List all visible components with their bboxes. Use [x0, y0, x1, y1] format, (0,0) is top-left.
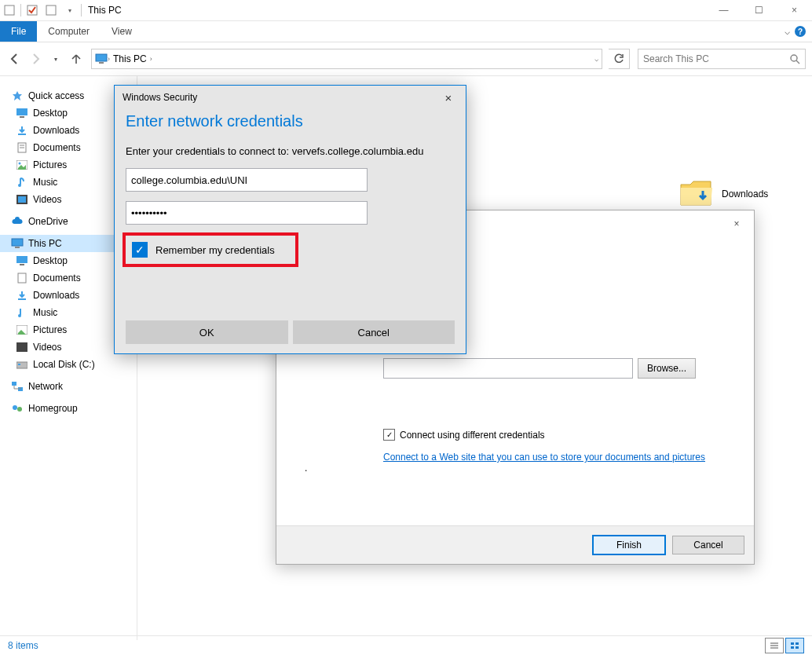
cred-subtitle: Enter your credentials to connect to: ve…: [115, 130, 466, 159]
titlebar: ▾ This PC — ☐ ×: [0, 0, 812, 21]
back-button[interactable]: [6, 50, 24, 68]
wizard-folder-input[interactable]: [383, 358, 633, 379]
browse-button[interactable]: Browse...: [638, 358, 696, 379]
cred-username-input[interactable]: college.columbia.edu\UNI: [126, 168, 368, 192]
svg-rect-39: [796, 646, 799, 649]
svg-point-15: [18, 184, 21, 187]
credentials-dialog: Windows Security × Enter network credent…: [114, 85, 466, 354]
svg-point-5: [791, 55, 797, 61]
svg-rect-17: [18, 196, 26, 203]
up-button[interactable]: [68, 50, 85, 68]
svg-line-6: [796, 60, 799, 64]
svg-rect-36: [791, 642, 794, 645]
ribbon: File Computer View ⌵ ?: [0, 21, 812, 42]
refresh-button[interactable]: [609, 49, 630, 69]
help-icon[interactable]: ?: [795, 26, 806, 37]
folder-label: Downloads: [722, 188, 768, 199]
video-icon: [16, 341, 28, 353]
picture-icon: [16, 159, 28, 171]
desktop-icon: [16, 254, 28, 267]
qat-sep2: [81, 4, 82, 16]
svg-rect-22: [18, 273, 26, 283]
cred-banner: Windows Security: [123, 92, 197, 103]
svg-rect-21: [20, 264, 24, 265]
view-icons-button[interactable]: [785, 638, 804, 653]
qat-dropdown-icon[interactable]: ▾: [63, 3, 77, 17]
svg-point-31: [13, 405, 17, 410]
finish-button[interactable]: Finish: [592, 535, 666, 555]
svg-rect-29: [12, 382, 16, 386]
desktop-icon: [16, 107, 28, 119]
qat-check-icon[interactable]: [25, 3, 39, 17]
svg-rect-23: [18, 298, 26, 300]
network-icon: [11, 380, 24, 393]
minimize-button[interactable]: —: [706, 0, 741, 20]
pc-icon: [95, 53, 108, 65]
status-bar: 8 items: [0, 635, 812, 655]
cred-title: Enter network credentials: [115, 109, 466, 130]
download-icon: [16, 289, 28, 302]
content-area[interactable]: Downloads × o connect to: Browse... ✓ Co…: [137, 76, 812, 640]
search-input[interactable]: Search This PC: [638, 49, 806, 69]
tab-view[interactable]: View: [101, 26, 143, 37]
svg-rect-28: [18, 364, 20, 365]
ribbon-expand-icon[interactable]: ⌵: [785, 26, 790, 37]
star-icon: [11, 90, 24, 102]
cred-ok-button[interactable]: OK: [126, 320, 288, 344]
remember-label: Remember my credentials: [155, 244, 275, 256]
folder-icon: [679, 178, 714, 210]
chevron-right-icon[interactable]: ›: [150, 55, 152, 63]
svg-rect-18: [12, 239, 23, 246]
cred-close-button[interactable]: ×: [439, 90, 458, 105]
tree-item[interactable]: Local Disk (C:): [0, 356, 137, 373]
wizard-cancel-button[interactable]: Cancel: [672, 536, 744, 554]
view-details-button[interactable]: [765, 638, 784, 653]
svg-rect-4: [99, 62, 104, 64]
maximize-button[interactable]: ☐: [741, 0, 777, 20]
svg-rect-8: [20, 116, 24, 118]
homegroup-icon: [11, 402, 24, 415]
cred-password-input[interactable]: ••••••••••: [126, 201, 368, 225]
window-title: This PC: [88, 5, 122, 16]
tree-homegroup[interactable]: Homegroup: [0, 400, 137, 417]
svg-rect-26: [16, 342, 27, 352]
search-placeholder: Search This PC: [643, 53, 709, 64]
svg-point-32: [17, 407, 22, 412]
app-icon: [2, 3, 16, 17]
svg-rect-37: [796, 642, 799, 645]
wizard-close-button[interactable]: ×: [726, 215, 748, 232]
qat-blank-icon[interactable]: [44, 3, 58, 17]
svg-rect-0: [5, 5, 14, 15]
music-icon: [16, 176, 28, 188]
download-icon: [16, 124, 28, 137]
qat-sep: [20, 4, 21, 16]
cred-cancel-button[interactable]: Cancel: [293, 320, 455, 344]
remember-checkbox[interactable]: ✓: [132, 242, 148, 258]
tab-computer[interactable]: Computer: [37, 26, 101, 37]
svg-rect-2: [46, 5, 56, 15]
address-dropdown-icon[interactable]: ⌵: [594, 55, 598, 63]
checkbox-icon: ✓: [383, 429, 395, 441]
tree-network[interactable]: Network: [0, 378, 137, 395]
document-icon: [16, 141, 28, 154]
wizard-cred-checkbox[interactable]: ✓ Connect using different credentials: [305, 429, 726, 441]
forward-button[interactable]: [27, 50, 44, 68]
close-button[interactable]: ×: [777, 0, 812, 20]
folder-downloads[interactable]: Downloads: [679, 178, 768, 210]
item-count: 8 items: [8, 640, 38, 651]
recent-dropdown-icon[interactable]: ▾: [47, 50, 64, 68]
address-bar[interactable]: › This PC › ⌵: [91, 49, 602, 69]
svg-point-14: [19, 163, 21, 165]
picture-icon: [16, 324, 28, 336]
document-icon: [16, 272, 28, 284]
remember-credentials-highlight: ✓ Remember my credentials: [123, 232, 298, 267]
svg-rect-9: [18, 134, 26, 135]
breadcrumb-root[interactable]: This PC: [110, 53, 150, 64]
disk-icon: [16, 358, 28, 371]
cloud-icon: [11, 215, 24, 228]
pc-icon: [11, 237, 24, 250]
file-tab[interactable]: File: [0, 21, 37, 42]
navbar: ▾ › This PC › ⌵ Search This PC: [0, 42, 812, 76]
wizard-weblink[interactable]: Connect to a Web site that you can use t…: [305, 452, 726, 463]
svg-rect-20: [16, 256, 27, 263]
